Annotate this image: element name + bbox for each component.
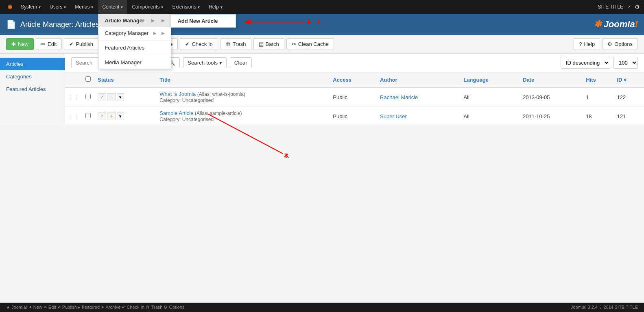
row2-check-icon: ✓ (100, 114, 104, 119)
search-tools-button[interactable]: Search tools ▾ (183, 57, 227, 68)
users-arrow: ▾ (64, 5, 66, 9)
nav-extensions[interactable]: Extensions ▾ (168, 0, 204, 14)
settings-icon[interactable]: ⚙ (635, 4, 640, 10)
table-row: ⋮⋮ ✓ ☆ (65, 87, 644, 107)
row1-featured-btn[interactable]: ☆ (107, 93, 116, 101)
annotation-3: 3. (285, 152, 290, 159)
th-checkbox[interactable] (82, 72, 94, 87)
main-content: Articles Categories Featured Articles 🔍 … (0, 54, 644, 126)
nav-system[interactable]: System ▾ (17, 0, 45, 14)
row2-author-link[interactable]: Super User (380, 113, 407, 119)
joomla-logo: ✱ Joomla! (594, 19, 638, 30)
nav-right: SITE TITLE ↗ ⚙ (598, 4, 640, 10)
row2-author: Super User (377, 107, 460, 126)
top-navbar: ✱ System ▾ Users ▾ Menus ▾ Content ▾ A (0, 0, 644, 14)
row1-check-icon: ✓ (100, 95, 104, 100)
dropdown-featured-articles[interactable]: Featured Articles (98, 41, 171, 54)
batch-button[interactable]: ▤ Batch (253, 38, 284, 50)
th-author[interactable]: Author (377, 72, 460, 87)
footer-right: Joomla! 3.2.4 © 2014 SITE TITLE (571, 305, 638, 310)
footer-bar: ★ Joomla! ✦ New ✏ Edit ✔ Publish ▸ Featu… (0, 303, 644, 312)
row1-author: Rachael Maricle (377, 87, 460, 107)
system-arrow: ▾ (39, 5, 41, 9)
row1-author-link[interactable]: Rachael Maricle (380, 94, 418, 100)
clear-button[interactable]: Clear (230, 57, 252, 68)
publish-button[interactable]: ✔ Publish (64, 38, 98, 50)
articles-table: Status Title Access Author Language (65, 72, 644, 126)
row2-title-cell: Sample Article (Alias: sample-article) C… (156, 107, 330, 126)
cat-submenu-arrow: ▶ (153, 31, 157, 35)
th-access[interactable]: Access (330, 72, 377, 87)
th-date[interactable]: Date (520, 72, 583, 87)
sidebar-item-categories[interactable]: Categories (0, 70, 65, 83)
row2-language: All (460, 107, 520, 126)
content-dropdown: Article Manager ▶ Add New Article Catego… (98, 14, 171, 69)
sort-select[interactable]: ID descending (561, 57, 610, 69)
row2-title-link[interactable]: Sample Article (159, 110, 193, 116)
th-hits[interactable]: Hits (583, 72, 613, 87)
th-id[interactable]: ID ▾ (613, 72, 644, 87)
row2-status: ✓ ★ ▾ (94, 107, 156, 126)
th-drag (65, 72, 82, 87)
sidebar-item-featured-articles[interactable]: Featured Articles (0, 83, 65, 95)
joomla-logo-icon: ✱ (594, 19, 601, 29)
new-button[interactable]: ✚ New (6, 38, 34, 50)
row1-checkbox[interactable] (85, 94, 91, 99)
checkin-button[interactable]: ✔ Check In (180, 38, 218, 50)
options-button[interactable]: ⚙ Options (602, 38, 638, 50)
row1-date: 2013-09-05 (520, 87, 583, 107)
row2-access: Public (330, 107, 377, 126)
sidebar: Articles Categories Featured Articles (0, 54, 65, 126)
row2-published-btn[interactable]: ✓ (98, 113, 106, 120)
nav-users[interactable]: Users ▾ (46, 0, 70, 14)
edit-icon: ✏ (41, 41, 46, 47)
publish-icon: ✔ (69, 41, 74, 47)
menus-arrow: ▾ (91, 5, 93, 9)
per-page-select[interactable]: 100 (613, 57, 638, 69)
toolbar: ✚ New ✏ Edit ✔ Publish ★ Featured 📦 Arch… (0, 35, 644, 54)
row1-status: ✓ ☆ ▾ (94, 87, 156, 107)
dropdown-article-manager[interactable]: Article Manager ▶ Add New Article (98, 14, 171, 27)
nav-help[interactable]: Help ▾ (205, 0, 227, 14)
search-tools-arrow: ▾ (219, 60, 222, 66)
row1-title-cell: What is Joomla (Alias: what-is-joomla) C… (156, 87, 330, 107)
site-title: SITE TITLE (598, 4, 623, 10)
submenu-add-new-article[interactable]: Add New Article (171, 15, 236, 27)
row1-published-btn[interactable]: ✓ (98, 93, 106, 101)
drag-handle-2[interactable]: ⋮⋮ (65, 107, 82, 126)
page-title: 📄 Article Manager: Articles (6, 20, 99, 29)
row2-checkbox[interactable] (85, 113, 91, 118)
th-title[interactable]: Title (156, 72, 330, 87)
nav-components[interactable]: Components ▾ (128, 0, 167, 14)
row2-star-icon: ★ (109, 114, 114, 119)
nav-menus[interactable]: Menus ▾ (71, 0, 97, 14)
batch-icon: ▤ (259, 41, 264, 47)
nav-content[interactable]: Content ▾ Article Manager ▶ Add New Arti… (98, 0, 127, 14)
row1-checkbox-cell (82, 87, 94, 107)
id-sort-arrow: ▾ (624, 77, 627, 83)
row2-checkbox-cell (82, 107, 94, 126)
edit-button[interactable]: ✏ Edit (36, 38, 62, 50)
th-status[interactable]: Status (94, 72, 156, 87)
joomla-home-link[interactable]: ✱ (4, 0, 16, 14)
trash-button[interactable]: 🗑 Trash (220, 38, 251, 50)
drag-icon-2: ⋮⋮ (68, 113, 79, 119)
toolbar-right: ? Help ⚙ Options (574, 38, 638, 50)
sidebar-item-articles[interactable]: Articles (0, 58, 65, 70)
row2-dropdown-btn[interactable]: ▾ (117, 113, 124, 120)
row2-featured-btn[interactable]: ★ (107, 113, 116, 120)
row2-status-cell: ✓ ★ ▾ (98, 113, 153, 120)
row1-status-cell: ✓ ☆ ▾ (98, 93, 153, 101)
article-manager-submenu: Add New Article (171, 14, 236, 28)
help-button[interactable]: ? Help (574, 38, 600, 50)
drag-handle-1[interactable]: ⋮⋮ (65, 87, 82, 107)
dropdown-category-manager[interactable]: Category Manager ▶ (98, 27, 171, 39)
row1-title-link[interactable]: What is Joomla (159, 91, 196, 97)
dropdown-media-manager[interactable]: Media Manager (98, 56, 171, 69)
submenu-arrow: ▶ (151, 18, 155, 23)
th-language[interactable]: Language (460, 72, 520, 87)
row1-dropdown-btn[interactable]: ▾ (117, 93, 124, 101)
cleancache-button[interactable]: ✂ Clean Cache (286, 38, 334, 50)
select-all-checkbox[interactable] (85, 76, 91, 82)
row2-date: 2011-10-25 (520, 107, 583, 126)
